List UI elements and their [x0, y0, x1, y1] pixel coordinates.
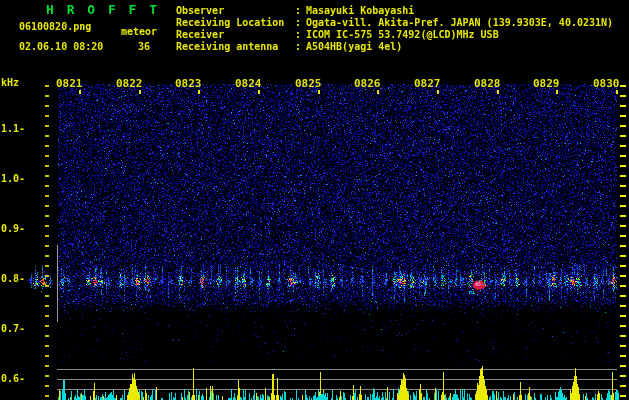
- freq-label-0.6: 0.6-: [1, 373, 25, 384]
- time-label-0822: 0822: [116, 78, 143, 89]
- time-label-0829: 0829: [533, 78, 560, 89]
- time-label-0826: 0826: [354, 78, 381, 89]
- app-title: H R O F F T: [46, 2, 160, 17]
- observation-info: Observer:Masayuki Kobayashi Receiving Lo…: [176, 5, 613, 53]
- time-label-0824: 0824: [235, 78, 262, 89]
- observer-label: Observer: [176, 5, 295, 17]
- freq-label-0.8: 0.8-: [1, 273, 25, 284]
- info-row-observer: Observer:Masayuki Kobayashi: [176, 5, 613, 17]
- antenna-value: A504HB(yagi 4el): [306, 41, 402, 53]
- freq-label-0.9: 0.9-: [1, 223, 25, 234]
- observer-value: Masayuki Kobayashi: [306, 5, 414, 17]
- info-row-receiver: Receiver:ICOM IC-575 53.7492(@LCD)MHz US…: [176, 29, 613, 41]
- hrofft-screen: H R O F F T 06100820.png meteor 02.06.10…: [0, 0, 629, 400]
- info-row-location: Receiving Location:Ogata-vill. Akita-Pre…: [176, 17, 613, 29]
- time-label-0828: 0828: [474, 78, 501, 89]
- mode-label: meteor: [121, 26, 157, 37]
- time-label-0825: 0825: [295, 78, 322, 89]
- freq-label-0.7: 0.7-: [1, 323, 25, 334]
- antenna-label: Receiving antenna: [176, 41, 295, 53]
- location-label: Receiving Location: [176, 17, 295, 29]
- freq-label-1.1: 1.1-: [1, 123, 25, 134]
- receiver-label: Receiver: [176, 29, 295, 41]
- freq-axis-unit: kHz: [1, 77, 19, 88]
- location-value: Ogata-vill. Akita-Pref. JAPAN (139.9303E…: [306, 17, 613, 29]
- datetime-label: 02.06.10 08:20: [19, 41, 103, 52]
- meteor-count: 36: [138, 41, 150, 52]
- time-label-0823: 0823: [175, 78, 202, 89]
- filename-label: 06100820.png: [19, 21, 91, 32]
- time-label-0830: 0830: [593, 78, 620, 89]
- time-label-0827: 0827: [414, 78, 441, 89]
- time-label-0821: 0821: [56, 78, 83, 89]
- freq-label-1.0: 1.0-: [1, 173, 25, 184]
- info-row-antenna: Receiving antenna:A504HB(yagi 4el): [176, 41, 613, 53]
- receiver-value: ICOM IC-575 53.7492(@LCD)MHz USB: [306, 29, 499, 41]
- spectrogram-canvas: [0, 0, 629, 400]
